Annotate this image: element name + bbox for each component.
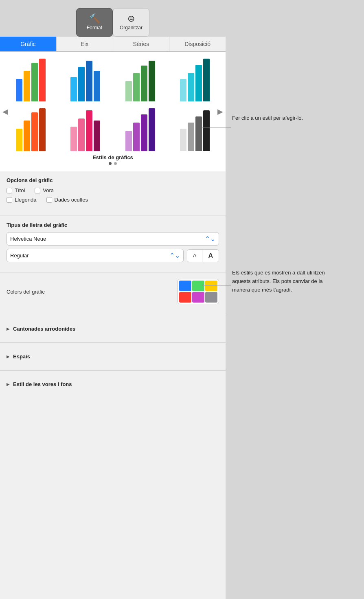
tab-grafic[interactable]: Gràfic bbox=[0, 37, 57, 51]
swatch-red bbox=[179, 292, 191, 303]
tab-disposicio[interactable]: Disposició bbox=[169, 37, 226, 51]
swatch-yellow bbox=[205, 281, 217, 291]
chart-group-1[interactable] bbox=[16, 59, 46, 101]
organize-button[interactable]: ⊜ Organitzar bbox=[113, 8, 149, 37]
triangle-icon-espais: ▶ bbox=[7, 354, 10, 359]
bar bbox=[133, 123, 140, 151]
chart-dots bbox=[3, 162, 222, 165]
chart-row-2[interactable] bbox=[3, 106, 222, 151]
format-button[interactable]: 🔨 Format bbox=[76, 8, 113, 37]
swatch-purple bbox=[192, 292, 204, 303]
options-title: Opcions del gràfic bbox=[7, 177, 219, 183]
annotation-2: Els estils que es mostren a dalt utilitz… bbox=[232, 269, 330, 294]
chart-styles-label: Estils de gràfics bbox=[3, 154, 222, 160]
font-name-dropdown[interactable]: Helvetica Neue ⌃⌄ bbox=[7, 232, 219, 246]
triangle-icon-vores: ▶ bbox=[7, 382, 10, 386]
options-section: Opcions del gràfic Títol Vora Llegenda D… bbox=[0, 171, 226, 210]
format-label: Format bbox=[87, 25, 102, 31]
bar bbox=[125, 131, 132, 151]
bar bbox=[149, 108, 155, 151]
font-name-text: Helvetica Neue bbox=[10, 236, 46, 242]
bar bbox=[78, 67, 85, 101]
bar bbox=[94, 71, 100, 101]
font-row2: Regular ⌃⌄ A A bbox=[7, 249, 219, 262]
checkbox-vora-box[interactable] bbox=[35, 188, 40, 193]
bar bbox=[86, 110, 92, 151]
annotation-line-1 bbox=[202, 127, 231, 127]
checkbox-titol-box[interactable] bbox=[7, 188, 12, 193]
bar bbox=[24, 121, 30, 151]
next-arrow[interactable]: ▶ bbox=[216, 105, 225, 118]
divider-5 bbox=[0, 370, 226, 371]
bar bbox=[203, 110, 210, 151]
chart-grid bbox=[3, 57, 222, 151]
colors-section: Colors del gràfic bbox=[0, 277, 226, 310]
bar bbox=[149, 61, 155, 101]
dot-1 bbox=[109, 162, 112, 165]
bar bbox=[133, 73, 140, 101]
bar bbox=[86, 61, 92, 101]
chart-group-3[interactable] bbox=[125, 61, 155, 101]
bar bbox=[180, 79, 186, 101]
font-section-title: Tipus de lletra del gràfic bbox=[7, 222, 219, 228]
organize-icon: ⊜ bbox=[127, 14, 135, 23]
tab-eix[interactable]: Eix bbox=[57, 37, 113, 51]
swatch-blue bbox=[179, 281, 191, 291]
bar bbox=[24, 71, 30, 101]
bar bbox=[31, 112, 38, 151]
collapsible-espais[interactable]: ▶ Espais bbox=[0, 348, 226, 365]
format-icon: 🔨 bbox=[89, 14, 100, 23]
divider-3 bbox=[0, 315, 226, 315]
bar bbox=[94, 121, 100, 151]
checkbox-vora[interactable]: Vora bbox=[35, 187, 54, 193]
chart-group-4[interactable] bbox=[180, 59, 210, 101]
chart-styles-area: ◀ ▶ bbox=[0, 52, 226, 171]
collapsible-vores-label: Estil de les vores i fons bbox=[13, 381, 72, 387]
chart-group-6[interactable] bbox=[70, 110, 100, 151]
bar bbox=[188, 73, 194, 101]
font-size-large-btn[interactable]: A bbox=[202, 250, 219, 262]
bar bbox=[180, 129, 186, 151]
bar bbox=[125, 81, 132, 101]
checkbox-dades-box[interactable] bbox=[46, 197, 52, 203]
chart-group-2[interactable] bbox=[70, 61, 100, 101]
chart-group-5[interactable] bbox=[16, 108, 46, 151]
font-style-dropdown[interactable]: Regular ⌃⌄ bbox=[7, 249, 184, 262]
chart-group-7[interactable] bbox=[125, 108, 155, 151]
divider-1 bbox=[0, 215, 226, 215]
dot-2 bbox=[114, 162, 117, 165]
toolbar: 🔨 Format ⊜ Organitzar bbox=[0, 0, 226, 37]
checkbox-titol[interactable]: Títol bbox=[7, 187, 25, 193]
bar bbox=[78, 118, 85, 151]
bar bbox=[195, 116, 202, 151]
collapsible-vores[interactable]: ▶ Estil de les vores i fons bbox=[0, 375, 226, 393]
bar bbox=[39, 108, 46, 151]
bar bbox=[188, 123, 194, 151]
organize-label: Organitzar bbox=[120, 25, 143, 31]
font-stepper-icon: ⌃⌄ bbox=[205, 235, 215, 243]
annotation-line-2 bbox=[202, 285, 231, 285]
bar bbox=[70, 77, 77, 101]
checkbox-llegenda-box[interactable] bbox=[7, 197, 12, 203]
divider-2 bbox=[0, 272, 226, 272]
tab-series[interactable]: Sèries bbox=[113, 37, 170, 51]
collapsible-cantonades[interactable]: ▶ Cantonades arrodonides bbox=[0, 320, 226, 338]
bar bbox=[16, 129, 22, 151]
chart-row-1[interactable] bbox=[3, 57, 222, 101]
colors-label: Colors del gràfic bbox=[7, 289, 45, 295]
font-size-small-btn[interactable]: A bbox=[187, 250, 203, 262]
bar bbox=[16, 79, 22, 101]
bar bbox=[195, 65, 202, 101]
bar bbox=[31, 63, 38, 101]
font-style-text: Regular bbox=[10, 252, 29, 259]
bar bbox=[70, 127, 77, 151]
checkbox-llegenda[interactable]: Llegenda bbox=[7, 197, 37, 203]
tab-bar: Gràfic Eix Sèries Disposició bbox=[0, 37, 226, 52]
font-size-buttons: A A bbox=[187, 249, 219, 262]
prev-arrow[interactable]: ◀ bbox=[1, 105, 10, 118]
bar bbox=[203, 59, 210, 101]
color-swatch[interactable] bbox=[178, 279, 219, 304]
checkbox-dades[interactable]: Dades ocultes bbox=[46, 197, 88, 203]
bar bbox=[141, 114, 147, 151]
chart-group-8[interactable] bbox=[180, 110, 210, 151]
